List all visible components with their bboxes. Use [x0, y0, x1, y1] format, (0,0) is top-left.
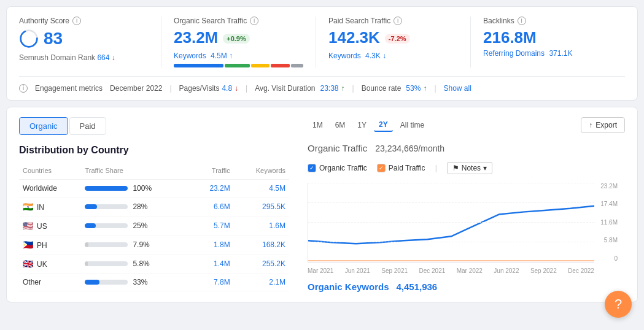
domain-rank: Semrush Domain Rank 664 ↓ — [19, 53, 149, 62]
traffic-cell: 23.2M — [192, 179, 234, 197]
legend-organic: ✓ Organic Traffic — [308, 164, 367, 172]
traffic-cell: 1.8M — [192, 235, 234, 254]
country-flag: 🇮🇳 — [23, 202, 33, 212]
table-row: 🇺🇸US 25% 5.7M 1.6M — [19, 216, 289, 235]
keywords-cell: 4.5M — [234, 179, 289, 197]
time-controls: 1M 6M 1Y 2Y All time ↑ Export — [308, 117, 625, 133]
engagement-bar: i Engagement metrics December 2022 | Pag… — [19, 84, 625, 93]
metrics-row: Authority Score i 83 Semrush Domain Rank… — [19, 17, 625, 77]
traffic-share-cell: 5.8% — [81, 254, 192, 273]
chart-legend: ✓ Organic Traffic ✓ Paid Traffic | ⚑ Not… — [308, 162, 625, 174]
traffic-share-cell: 33% — [81, 273, 192, 291]
paid-checkbox[interactable]: ✓ — [377, 164, 386, 172]
left-panel: Organic Paid Distribution by Country Cou… — [19, 117, 289, 292]
grid-line-1 — [308, 202, 594, 203]
grid-line-3 — [308, 242, 594, 242]
country-name: 🇺🇸US — [19, 216, 81, 235]
organic-checkbox[interactable]: ✓ — [308, 164, 316, 172]
referring-domains-sub: Referring Domains 371.1K — [483, 49, 613, 58]
authority-score-title: Authority Score i — [19, 17, 149, 25]
notes-button[interactable]: ⚑ Notes ▾ — [447, 162, 492, 174]
time-tab-all[interactable]: All time — [395, 119, 429, 131]
traffic-share-cell: 100% — [81, 179, 192, 197]
chevron-down-icon: ▾ — [483, 164, 487, 172]
engagement-info-icon[interactable]: i — [19, 84, 28, 93]
show-all-link[interactable]: Show all — [444, 84, 471, 93]
tab-organic[interactable]: Organic — [19, 117, 68, 135]
table-row: 🇵🇭PH 7.9% 1.8M 168.2K — [19, 235, 289, 254]
paid-keywords-sub: Keywords 4.3K ↓ — [328, 52, 458, 60]
paid-badge: -7.2% — [385, 34, 410, 44]
traffic-share-cell: 7.9% — [81, 235, 192, 254]
traffic-cell: 5.7M — [192, 216, 234, 235]
authority-score-value: 83 — [19, 29, 149, 48]
col-countries: Countries — [19, 164, 81, 180]
traffic-share-cell: 28% — [81, 197, 192, 216]
authority-score-card: Authority Score i 83 Semrush Domain Rank… — [19, 17, 161, 67]
authority-ring-chart — [19, 29, 39, 48]
organic-keywords-row: Organic Keywords 4,451,936 — [308, 282, 625, 292]
traffic-title: Organic Traffic 23,234,669/month — [308, 142, 625, 155]
country-flag: 🇬🇧 — [23, 259, 33, 269]
col-traffic: Traffic — [192, 164, 234, 180]
organic-search-value: 23.2M — [174, 29, 218, 47]
keywords-cell: 168.2K — [234, 235, 289, 254]
traffic-chart: 23.2M 17.4M 11.6M 5.8M 0 — [308, 183, 594, 263]
right-panel: 1M 6M 1Y 2Y All time ↑ Export Organic Tr… — [308, 117, 625, 292]
paid-search-value: 142.3K — [328, 29, 380, 47]
country-name: 🇬🇧UK — [19, 254, 81, 273]
table-row: Worldwide 100% 23.2M 4.5M — [19, 179, 289, 197]
keywords-cell: 2.1M — [234, 273, 289, 291]
export-button[interactable]: ↑ Export — [581, 117, 625, 133]
paid-info-icon[interactable]: i — [394, 17, 402, 25]
legend-paid: ✓ Paid Traffic — [377, 164, 425, 172]
traffic-cell: 7.8M — [192, 273, 234, 291]
col-keywords: Keywords — [234, 164, 289, 180]
organic-search-card: Organic Search Traffic i 23.2M +0.9% Key… — [161, 17, 316, 67]
table-row: 🇬🇧UK 5.8% 1.4M 255.2K — [19, 254, 289, 273]
traffic-cell: 6.6M — [192, 197, 234, 216]
time-tab-2y[interactable]: 2Y — [374, 118, 393, 132]
keywords-cell: 255.2K — [234, 254, 289, 273]
time-tab-group: 1M 6M 1Y 2Y All time — [308, 118, 429, 132]
country-name: Other — [19, 273, 81, 291]
backlinks-title: Backlinks i — [483, 17, 613, 25]
tab-paid[interactable]: Paid — [69, 117, 106, 135]
organic-paid-tabs: Organic Paid — [19, 117, 289, 135]
backlinks-card: Backlinks i 216.8M Referring Domains 371… — [471, 17, 625, 67]
x-axis: Mar 2021 Jun 2021 Sep 2021 Dec 2021 Mar … — [308, 267, 594, 274]
country-name: 🇵🇭PH — [19, 235, 81, 254]
grid-line-2 — [308, 222, 594, 223]
table-row: Other 33% 7.8M 2.1M — [19, 273, 289, 291]
organic-keywords-sub: Keywords 4.5M ↑ — [174, 52, 303, 60]
export-icon: ↑ — [589, 121, 592, 129]
y-axis: 23.2M 17.4M 11.6M 5.8M 0 — [600, 183, 618, 262]
table-row: 🇮🇳IN 28% 6.6M 295.5K — [19, 197, 289, 216]
organic-search-title: Organic Search Traffic i — [174, 17, 303, 25]
keywords-cell: 295.5K — [234, 197, 289, 216]
authority-info-icon[interactable]: i — [72, 17, 81, 25]
paid-search-title: Paid Search Traffic i — [328, 17, 458, 25]
paid-search-card: Paid Search Traffic i 142.3K -7.2% Keywo… — [316, 17, 471, 67]
country-table: Countries Traffic Share Traffic Keywords… — [19, 164, 289, 291]
time-tab-1m[interactable]: 1M — [308, 119, 328, 131]
keyword-distribution-bar — [174, 64, 303, 67]
top-metrics-section: Authority Score i 83 Semrush Domain Rank… — [6, 6, 638, 101]
organic-info-icon[interactable]: i — [250, 17, 258, 25]
country-name: Worldwide — [19, 179, 81, 197]
traffic-cell: 1.4M — [192, 254, 234, 273]
time-tab-6m[interactable]: 6M — [330, 119, 351, 131]
traffic-share-cell: 25% — [81, 216, 192, 235]
time-tab-1y[interactable]: 1Y — [352, 119, 371, 131]
country-flag: 🇺🇸 — [23, 221, 33, 231]
notes-icon: ⚑ — [452, 164, 459, 172]
grid-line-top — [308, 183, 594, 183]
country-flag: 🇵🇭 — [23, 240, 33, 250]
backlinks-info-icon[interactable]: i — [518, 17, 526, 25]
chart-wrapper: 23.2M 17.4M 11.6M 5.8M 0 Mar 2021 Jun 20… — [308, 183, 625, 274]
distribution-title: Distribution by Country — [19, 145, 289, 156]
country-name: 🇮🇳IN — [19, 197, 81, 216]
bottom-section: Organic Paid Distribution by Country Cou… — [6, 107, 638, 302]
keywords-cell: 1.6M — [234, 216, 289, 235]
col-traffic-share: Traffic Share — [81, 164, 192, 180]
